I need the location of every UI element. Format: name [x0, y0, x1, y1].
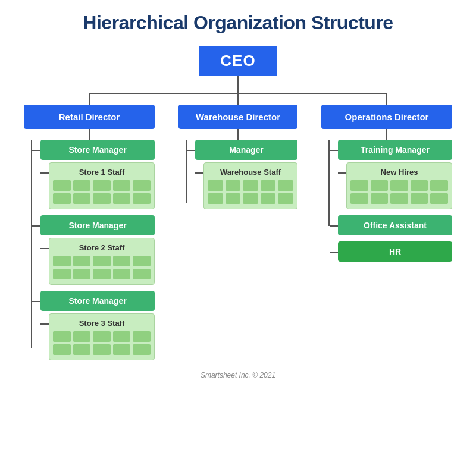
- store2-h-tick: [32, 225, 40, 227]
- warehouse-staff-htick: [195, 172, 203, 174]
- office-assistant-node: Office Assistant: [338, 215, 452, 235]
- operations-col-top: [321, 94, 452, 105]
- operations-items: Training Manager New Hires: [330, 140, 452, 262]
- retail-items: Store Manager Store 1 Staff: [32, 140, 155, 360]
- operations-children-wrapper: Training Manager New Hires: [321, 140, 452, 262]
- hr-row: HR: [330, 241, 452, 262]
- warehouse-manager-node: Manager: [195, 140, 298, 160]
- retail-dir-line: [89, 129, 90, 140]
- h-bar-wrapper: [24, 93, 452, 94]
- footer: Smartsheet Inc. © 2021: [12, 371, 464, 379]
- new-hires-grid: [350, 180, 448, 204]
- store3-staff-row: Store 3 Staff: [32, 313, 155, 360]
- col-top-lines: [24, 94, 452, 105]
- page-container: Hierarchical Organization Structure CEO: [0, 0, 476, 468]
- training-group: Training Manager New Hires: [330, 140, 452, 209]
- store1-staff-node: Store 1 Staff: [49, 162, 155, 209]
- office-assistant-h-tick: [330, 225, 338, 227]
- warehouse-manager-group: Manager Warehouse Staff: [187, 140, 298, 209]
- store3-h-tick: [32, 301, 40, 302]
- store1-group: Store Manager Store 1 Staff: [32, 140, 155, 209]
- operations-col-top-line: [386, 94, 387, 105]
- retail-col-top: [24, 94, 155, 105]
- operations-director-col: Operations Director Training Manager: [321, 105, 452, 262]
- store1-staff-htick: [40, 172, 49, 174]
- store1-staff-grid: [53, 180, 151, 204]
- warehouse-manager-row: Manager: [187, 140, 298, 160]
- ceo-line-down: [237, 76, 239, 93]
- store1-staff-row: Store 1 Staff: [32, 162, 155, 209]
- org-chart: CEO Retail Director: [12, 46, 464, 360]
- hr-h-tick: [330, 252, 338, 253]
- operations-dir-line: [386, 129, 387, 140]
- warehouse-h-tick: [187, 150, 195, 151]
- warehouse-col-top-line: [237, 94, 239, 105]
- ceo-section: CEO: [199, 46, 277, 93]
- hr-node: HR: [338, 241, 452, 262]
- store2-staff-row: Store 2 Staff: [32, 238, 155, 285]
- retail-children-wrapper: Store Manager Store 1 Staff: [24, 140, 155, 360]
- hr-group: HR: [330, 241, 452, 262]
- warehouse-director-col: Warehouse Director Manager: [178, 105, 298, 215]
- warehouse-staff-label: Warehouse Staff: [208, 168, 293, 177]
- new-hires-htick: [338, 172, 346, 174]
- store2-staff-inner: Store 2 Staff: [40, 238, 155, 285]
- page-title: Hierarchical Organization Structure: [12, 12, 464, 34]
- store3-manager-node: Store Manager: [40, 291, 155, 311]
- store1-manager-row: Store Manager: [32, 140, 155, 160]
- store2-staff-htick: [40, 248, 49, 249]
- new-hires-node: New Hires: [346, 162, 452, 209]
- store2-manager-row: Store Manager: [32, 215, 155, 235]
- store3-staff-node: Store 3 Staff: [49, 313, 155, 360]
- store1-staff-label: Store 1 Staff: [53, 168, 151, 177]
- store2-manager-node: Store Manager: [40, 215, 155, 235]
- new-hires-row: New Hires: [330, 162, 452, 209]
- store3-staff-inner: Store 3 Staff: [40, 313, 155, 360]
- store3-staff-htick: [40, 323, 49, 325]
- store2-staff-grid: [53, 256, 151, 279]
- warehouse-staff-row: Warehouse Staff: [187, 162, 298, 209]
- warehouse-left-rail: [178, 140, 187, 215]
- retail-director-node: Retail Director: [24, 105, 155, 129]
- warehouse-children-wrapper: Manager Warehouse Staff: [178, 140, 298, 215]
- ceo-node: CEO: [199, 46, 277, 76]
- store3-group: Store Manager Store 3 Staff: [32, 291, 155, 360]
- retail-rail-line: [31, 140, 32, 348]
- office-assistant-row: Office Assistant: [330, 215, 452, 235]
- store3-manager-row: Store Manager: [32, 291, 155, 311]
- training-h-tick: [330, 150, 338, 151]
- new-hires-inner: New Hires: [338, 162, 452, 209]
- retail-director-col: Retail Director Store Manager: [24, 105, 155, 360]
- store2-group: Store Manager Store 2 Staff: [32, 215, 155, 285]
- retail-col-top-line: [89, 94, 90, 105]
- warehouse-director-node: Warehouse Director: [178, 105, 298, 129]
- directors-row: Retail Director Store Manager: [24, 105, 452, 360]
- store2-staff-label: Store 2 Staff: [53, 243, 151, 252]
- operations-director-node: Operations Director: [321, 105, 452, 129]
- h-bar-line: [89, 93, 387, 94]
- warehouse-staff-node: Warehouse Staff: [203, 162, 298, 209]
- office-assistant-group: Office Assistant: [330, 215, 452, 235]
- new-hires-label: New Hires: [350, 168, 448, 177]
- store2-staff-node: Store 2 Staff: [49, 238, 155, 285]
- warehouse-col-top: [178, 94, 298, 105]
- training-manager-row: Training Manager: [330, 140, 452, 160]
- warehouse-staff-inner: Warehouse Staff: [195, 162, 298, 209]
- store3-staff-label: Store 3 Staff: [53, 319, 151, 328]
- store1-manager-node: Store Manager: [40, 140, 155, 160]
- warehouse-staff-grid: [208, 180, 293, 204]
- warehouse-dir-line: [237, 129, 239, 140]
- training-manager-node: Training Manager: [338, 140, 452, 160]
- operations-left-rail: [321, 140, 330, 262]
- warehouse-items: Manager Warehouse Staff: [187, 140, 298, 215]
- store1-h-tick: [32, 150, 40, 151]
- store1-staff-inner: Store 1 Staff: [40, 162, 155, 209]
- retail-left-rail: [24, 140, 32, 360]
- store3-staff-grid: [53, 331, 151, 355]
